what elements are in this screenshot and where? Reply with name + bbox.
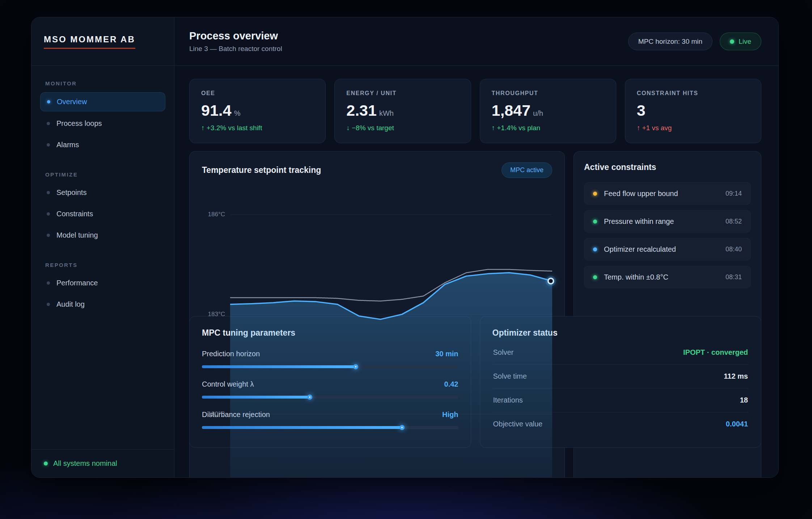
kpi-value: 3 <box>637 102 646 119</box>
chart-header: Temperature setpoint tracking MPC active <box>202 162 552 178</box>
kpi-card-constraint-hits: CONSTRAINT HITS 3 ↑ +1 vs avg <box>625 79 761 143</box>
kpi-value: 1,847 <box>492 102 531 119</box>
constraint-label: Pressure within range <box>604 217 719 226</box>
header-pills: MPC horizon: 30 min Live <box>628 33 761 50</box>
kpi-value-row: 91.4 % <box>201 102 314 119</box>
row-value: 112 ms <box>724 372 748 380</box>
sidebar-item-audit-log[interactable]: Audit log <box>40 295 165 314</box>
constraint-row: Feed flow upper bound 09:14 <box>584 182 751 205</box>
sidebar-item-label: Process loops <box>56 119 102 128</box>
slider-fill <box>202 365 356 368</box>
chart-area: 186°C 183°C 180°C <box>202 189 552 478</box>
nav-section-optimize: OPTIMIZE Setpoints Constraints Model tun… <box>40 171 165 244</box>
sidebar-item-model-tuning[interactable]: Model tuning <box>40 226 165 244</box>
nav-section-label: OPTIMIZE <box>45 171 160 178</box>
status-dot-icon <box>44 461 48 465</box>
live-label: Live <box>739 38 751 46</box>
slider-track[interactable] <box>202 365 458 368</box>
sidebar-item-setpoints[interactable]: Setpoints <box>40 183 165 202</box>
kpi-label: THROUGHPUT <box>492 90 604 97</box>
nav-section-label: REPORTS <box>45 262 160 268</box>
kpi-card-oee: OEE 91.4 % ↑ +3.2% vs last shift <box>189 79 326 143</box>
header-titles: Process overview Line 3 — Batch reactor … <box>189 30 282 53</box>
slider-track[interactable] <box>202 396 458 399</box>
kpi-label: CONSTRAINT HITS <box>637 90 749 97</box>
kpi-value-row: 2.31 kWh <box>346 102 459 119</box>
row-value: 0.0041 <box>726 420 748 428</box>
kpi-value: 2.31 <box>346 102 377 119</box>
sidebar-item-process-loops[interactable]: Process loops <box>40 114 165 133</box>
kpi-card-energy-unit: ENERGY / UNIT 2.31 kWh ↓ −8% vs target <box>334 79 471 143</box>
page-subtitle: Line 3 — Batch reactor control <box>189 45 282 53</box>
y-tick-label: 183°C <box>208 311 225 318</box>
item-dot-icon <box>47 303 50 306</box>
item-dot-icon <box>47 143 50 146</box>
slider-track[interactable] <box>202 426 458 429</box>
constraint-label: Optimizer recalculated <box>604 245 719 254</box>
kpi-value: 91.4 <box>201 102 232 119</box>
sidebar-item-constraints[interactable]: Constraints <box>40 205 165 223</box>
chart-title: Temperature setpoint tracking <box>202 165 321 175</box>
slider-thumb[interactable] <box>399 425 405 430</box>
nav-section-reports: REPORTS Performance Audit log <box>40 262 165 314</box>
slider-thumb[interactable] <box>307 395 312 400</box>
constraint-dot-icon <box>593 220 597 224</box>
slider-fill <box>202 426 402 429</box>
sidebar-item-performance[interactable]: Performance <box>40 274 165 292</box>
constraint-dot-icon <box>593 192 597 196</box>
kpi-unit: % <box>234 109 241 118</box>
kpi-value-row: 3 <box>637 102 749 119</box>
live-dot-icon <box>730 39 734 44</box>
app-window: MSO MOMMER AB MONITOR Overview Process l… <box>31 17 779 478</box>
chart-end-marker-icon <box>547 278 554 285</box>
kpi-delta: ↑ +1 vs avg <box>637 124 749 132</box>
constraint-row: Optimizer recalculated 08:40 <box>584 238 751 260</box>
sidebar-item-label: Setpoints <box>56 188 86 197</box>
kpi-delta: ↑ +1.4% vs plan <box>492 124 604 132</box>
row-value: IPOPT · converged <box>683 348 748 357</box>
item-dot-icon <box>47 191 50 194</box>
brand-logo: MSO MOMMER AB <box>44 34 135 49</box>
kpi-card-throughput: THROUGHPUT 1,847 u/h ↑ +1.4% vs plan <box>480 79 616 143</box>
middle-row: Temperature setpoint tracking MPC active… <box>189 151 761 306</box>
y-tick-label: 186°C <box>208 211 225 218</box>
kpi-delta: ↑ +3.2% vs last shift <box>201 124 314 132</box>
kpi-delta: ↓ −8% vs target <box>346 124 459 132</box>
constraint-time: 08:40 <box>726 246 742 253</box>
chart-y-axis: 186°C 183°C 180°C <box>202 189 230 478</box>
kpi-label: ENERGY / UNIT <box>346 90 459 97</box>
sidebar: MSO MOMMER AB MONITOR Overview Process l… <box>31 17 174 477</box>
constraint-row: Temp. within ±0.8°C 08:31 <box>584 266 751 288</box>
sidebar-item-label: Constraints <box>56 210 93 218</box>
logo-area: MSO MOMMER AB <box>31 17 174 66</box>
constraint-dot-icon <box>593 275 597 279</box>
item-dot-icon <box>47 281 50 285</box>
main-column: Process overview Line 3 — Batch reactor … <box>174 17 778 477</box>
nav-section-label: MONITOR <box>45 80 160 86</box>
panel-title: Active constraints <box>584 162 751 172</box>
mpc-active-badge: MPC active <box>502 162 552 178</box>
nav-section-monitor: MONITOR Overview Process loops Alarms <box>40 80 165 154</box>
slider-thumb[interactable] <box>353 364 358 369</box>
constraint-label: Temp. within ±0.8°C <box>604 273 719 281</box>
page-title: Process overview <box>189 30 282 42</box>
mpc-horizon-pill[interactable]: MPC horizon: 30 min <box>628 33 712 50</box>
temperature-chart <box>230 189 552 478</box>
live-status-badge: Live <box>720 33 761 50</box>
constraint-time: 08:52 <box>726 218 742 225</box>
sidebar-item-label: Model tuning <box>56 231 98 239</box>
y-tick-label: 180°C <box>208 410 225 418</box>
item-dot-icon <box>47 122 50 125</box>
chart-plot-area <box>230 189 552 478</box>
sidebar-item-label: Performance <box>56 279 98 287</box>
sidebar-nav: MONITOR Overview Process loops Alarms OP… <box>31 66 174 449</box>
sidebar-item-alarms[interactable]: Alarms <box>40 136 165 154</box>
system-status-label: All systems nominal <box>53 459 117 468</box>
constraint-row: Pressure within range 08:52 <box>584 210 751 233</box>
constraint-time: 08:31 <box>726 273 742 281</box>
slider-fill <box>202 396 310 399</box>
sidebar-item-label: Audit log <box>56 300 85 309</box>
kpi-unit: u/h <box>533 109 543 118</box>
sidebar-item-overview[interactable]: Overview <box>40 92 165 111</box>
kpi-value-row: 1,847 u/h <box>492 102 604 119</box>
